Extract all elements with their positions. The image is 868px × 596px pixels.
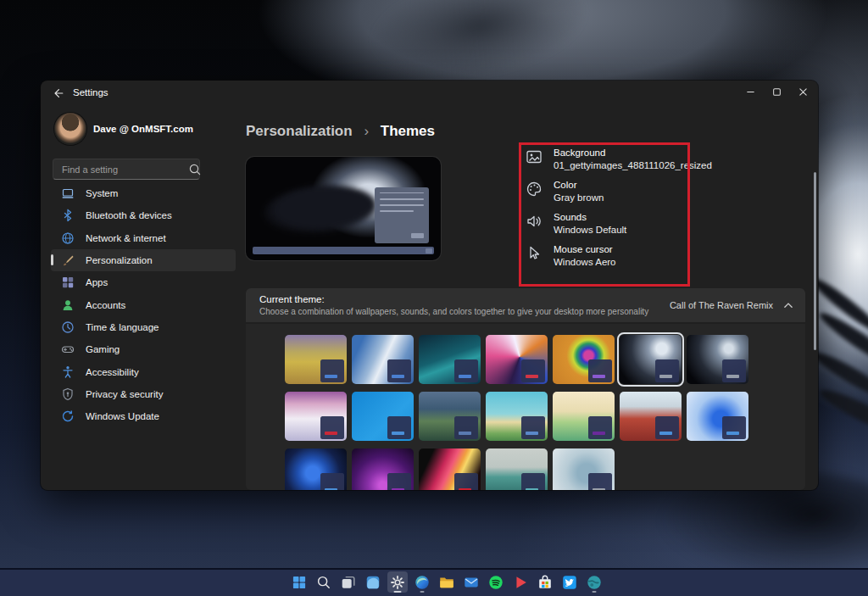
system-icon [61, 187, 75, 200]
sidebar-item-windows-update[interactable]: Windows Update [51, 405, 236, 427]
tile-mock-window [521, 416, 545, 439]
theme-tile-abstract-flower[interactable] [419, 448, 481, 490]
tile-mock-window [387, 359, 411, 382]
taskbar-button-task-view[interactable] [338, 571, 359, 593]
sidebar-item-label: Windows Update [86, 411, 159, 421]
taskbar-button-media-player[interactable] [510, 571, 531, 593]
theme-tile-mountain-illustration[interactable] [419, 392, 481, 441]
theme-tile-bloom-soft-light[interactable] [553, 448, 615, 490]
theme-tile-red-flower-field[interactable] [620, 392, 682, 441]
taskbar-button-globe[interactable] [584, 571, 604, 593]
tile-accent-button [325, 488, 337, 491]
theme-tile-teal-landscape[interactable] [486, 448, 548, 490]
sidebar-item-label: Time & language [86, 322, 159, 332]
sidebar-item-personalization[interactable]: Personalization [51, 249, 236, 271]
user-name: Dave @ OnMSFT.com [93, 124, 193, 134]
sidebar-item-accessibility[interactable]: Accessibility [51, 360, 236, 382]
theme-tile-aurora[interactable] [419, 335, 481, 384]
sidebar-item-label: Apps [86, 277, 108, 287]
tile-accent-button [526, 375, 538, 379]
preview-mock-button [411, 233, 424, 238]
personalization-icon [61, 253, 75, 267]
current-theme-expander[interactable]: Current theme: Choose a combination of w… [246, 288, 805, 322]
task-view-icon [340, 574, 357, 591]
taskbar-button-file-explorer[interactable] [437, 571, 457, 593]
minimize-button[interactable] [737, 81, 764, 103]
sidebar-item-label: Bluetooth & devices [86, 210, 172, 220]
breadcrumb: Personalization › Themes [246, 123, 435, 140]
tile-accent-button [526, 488, 538, 491]
detail-value: Gray brown [554, 192, 604, 204]
settings-icon [389, 574, 406, 591]
tile-mock-window [722, 359, 746, 382]
detail-label: Sounds [554, 211, 626, 224]
color-icon [526, 181, 542, 198]
theme-tile-psychedelic-circle[interactable] [553, 335, 615, 384]
theme-tile-purple-glow[interactable] [352, 448, 414, 490]
close-icon [798, 87, 808, 97]
close-button[interactable] [790, 81, 816, 103]
theme-tile-sunny-illustration[interactable] [553, 392, 615, 441]
raven-feather-shape [366, 0, 591, 91]
avatar[interactable] [54, 113, 86, 145]
chevron-up-icon[interactable] [783, 301, 793, 309]
taskbar-button-edge[interactable] [412, 571, 432, 593]
theme-tile-beach-illustration[interactable] [486, 392, 548, 441]
current-theme-description: Choose a combination of wallpapers, soun… [259, 307, 648, 316]
tile-accent-button [325, 432, 337, 436]
time-icon [61, 320, 75, 334]
sidebar-item-gaming[interactable]: Gaming [51, 338, 236, 360]
theme-tile-windows-blue[interactable] [352, 392, 414, 441]
open-app-indicator [593, 591, 597, 593]
sidebar-item-network-internet[interactable]: Network & internet [51, 227, 236, 249]
sidebar-item-apps[interactable]: Apps [51, 271, 236, 293]
tile-mock-window [387, 416, 411, 439]
current-theme-name: Call of The Raven Remix [670, 300, 773, 310]
detail-label: Mouse cursor [554, 243, 616, 256]
raven-feather-shape [816, 384, 868, 440]
taskbar-button-store[interactable] [535, 571, 555, 593]
tile-accent-button [659, 375, 672, 379]
detail-label: Background [554, 147, 712, 159]
theme-tile-call-of-the-raven-dark[interactable] [687, 335, 748, 384]
theme-tile-light-prism[interactable] [486, 335, 548, 384]
theme-tile-tuscany-landscape[interactable] [285, 335, 347, 384]
tile-mock-window [722, 416, 746, 439]
sidebar-item-label: Accessibility [86, 367, 139, 377]
breadcrumb-parent[interactable]: Personalization [246, 123, 353, 139]
taskbar-button-settings[interactable] [387, 571, 408, 593]
back-button[interactable] [50, 85, 67, 102]
accounts-icon [61, 298, 75, 312]
twitter-icon [561, 574, 578, 591]
search-input[interactable] [53, 164, 187, 175]
sidebar-item-privacy-security[interactable]: Privacy & security [51, 383, 236, 405]
search-box[interactable] [53, 159, 200, 180]
tile-mock-window [387, 473, 411, 490]
bluetooth-icon [61, 209, 75, 222]
current-theme-label: Current theme: [259, 294, 325, 304]
theme-tile-blue-architecture[interactable] [352, 335, 414, 384]
sidebar-item-time-language[interactable]: Time & language [51, 316, 236, 338]
taskbar-button-search[interactable] [314, 571, 334, 593]
taskbar-button-start[interactable] [289, 571, 309, 593]
theme-tile-snowy-mountain-illustration[interactable] [285, 392, 347, 441]
scrollbar[interactable] [814, 172, 816, 350]
theme-tile-bloom-light[interactable] [687, 392, 748, 441]
theme-detail-background: Background01_gettyimages_488111026_resiz… [526, 147, 725, 171]
tile-mock-window [655, 359, 679, 382]
media-player-icon [512, 574, 529, 591]
taskbar-button-twitter[interactable] [559, 571, 580, 593]
taskbar-button-spotify[interactable] [486, 571, 506, 593]
maximize-button[interactable] [764, 81, 790, 103]
taskbar-button-mail[interactable] [461, 571, 481, 593]
theme-tile-bloom-dark[interactable] [285, 448, 347, 490]
taskbar-button-widgets[interactable] [363, 571, 383, 593]
sidebar-item-accounts[interactable]: Accounts [51, 293, 236, 315]
page-title: Themes [381, 123, 435, 139]
theme-tile-call-of-the-raven[interactable] [620, 335, 682, 384]
sidebar-item-system[interactable]: System [51, 182, 236, 204]
titlebar[interactable]: Settings [41, 81, 818, 106]
sidebar-item-bluetooth-devices[interactable]: Bluetooth & devices [51, 204, 236, 226]
theme-detail-color: ColorGray brown [526, 179, 725, 203]
theme-detail-sounds: SoundsWindows Default [526, 211, 725, 236]
